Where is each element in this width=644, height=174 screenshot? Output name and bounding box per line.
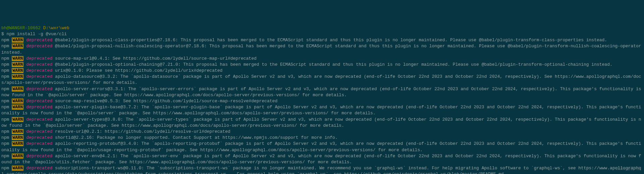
warning-message: apollo-reporting-protobuf@3.4.0: The `ap… xyxy=(1,141,641,152)
deprecated-label: deprecated xyxy=(26,74,52,79)
npm-label: npm xyxy=(1,166,9,171)
warning-line: npm WARN deprecated @babel/plugin-propos… xyxy=(1,37,643,43)
prompt-path: D:\wxr\web xyxy=(43,25,69,31)
npm-label: npm xyxy=(1,38,9,43)
warning-line: npm WARN deprecated shortid@2.2.16: Pack… xyxy=(1,135,643,141)
warn-label: WARN xyxy=(12,141,23,146)
command-line: $ npm install -g @vue/cli xyxy=(1,31,643,37)
npm-label: npm xyxy=(1,56,9,61)
warning-message: resolve-url@0.2.1: https://github.com/ly… xyxy=(55,129,230,134)
warn-label: WARN xyxy=(12,74,23,79)
warn-label: WARN xyxy=(12,135,23,140)
npm-label: npm xyxy=(1,86,9,92)
warn-label: WARN xyxy=(12,154,23,159)
npm-label: npm xyxy=(1,117,9,122)
npm-label: npm xyxy=(1,154,9,159)
warn-label: WARN xyxy=(12,38,23,43)
npm-label: npm xyxy=(1,99,9,104)
deprecated-label: deprecated xyxy=(26,56,52,61)
warning-line: npm WARN deprecated source-map-url@0.4.1… xyxy=(1,56,643,62)
npm-label: npm xyxy=(1,62,9,67)
warning-message: apollo-server-env@4.2.1: The `apollo-ser… xyxy=(1,154,641,165)
warning-message: apollo-server-errors@3.3.1: The `apollo-… xyxy=(1,86,644,98)
warning-line: npm WARN deprecated apollo-datasource@3.… xyxy=(1,74,643,86)
warning-line: npm WARN deprecated apollo-server-errors… xyxy=(1,86,643,98)
deprecated-label: deprecated xyxy=(26,166,52,171)
warning-message: apollo-server-types@3.8.0: The `apollo-s… xyxy=(1,117,641,128)
npm-label: npm xyxy=(1,105,9,110)
warning-message: source-map-url@0.4.1: See https://github… xyxy=(55,56,257,61)
warning-message: apollo-server-plugin-base@3.7.2: The `ap… xyxy=(1,105,641,116)
deprecated-label: deprecated xyxy=(26,68,52,73)
deprecated-label: deprecated xyxy=(26,86,52,92)
terminal-output[interactable]: bh@WANGXR-10662 D:\wxr\web$ npm install … xyxy=(1,25,643,174)
warn-label: WARN xyxy=(12,86,23,92)
npm-label: npm xyxy=(1,68,9,73)
warning-line: npm WARN deprecated apollo-server-types@… xyxy=(1,117,643,129)
deprecated-label: deprecated xyxy=(26,38,52,43)
warning-line: npm WARN deprecated apollo-reporting-pro… xyxy=(1,141,643,153)
deprecated-label: deprecated xyxy=(26,117,52,122)
warning-message: source-map-resolve@0.5.3: See https://gi… xyxy=(55,99,277,104)
warn-label: WARN xyxy=(12,129,23,134)
npm-label: npm xyxy=(1,141,9,146)
npm-label: npm xyxy=(1,44,9,49)
warn-label: WARN xyxy=(12,44,23,49)
npm-label: npm xyxy=(1,129,9,134)
deprecated-label: deprecated xyxy=(26,62,52,67)
deprecated-label: deprecated xyxy=(26,141,52,146)
deprecated-label: deprecated xyxy=(26,44,52,49)
warn-label: WARN xyxy=(12,56,23,61)
warning-line: npm WARN deprecated source-map-resolve@0… xyxy=(1,98,643,104)
warn-label: WARN xyxy=(12,68,23,73)
warn-label: WARN xyxy=(12,166,23,171)
warning-message: urix@0.1.0: Please see https://github.co… xyxy=(55,68,222,73)
npm-label: npm xyxy=(1,135,9,140)
warning-message: shortid@2.2.16: Package no longer suppor… xyxy=(55,135,338,140)
warning-line: npm WARN deprecated urix@0.1.0: Please s… xyxy=(1,68,643,74)
warn-label: WARN xyxy=(12,99,23,104)
warn-label: WARN xyxy=(12,105,23,110)
warning-line: npm WARN deprecated apollo-server-plugin… xyxy=(1,104,643,116)
deprecated-label: deprecated xyxy=(26,129,52,134)
deprecated-label: deprecated xyxy=(26,99,52,104)
watermark: CSDN @看-清 xyxy=(616,166,641,172)
deprecated-label: deprecated xyxy=(26,135,52,140)
warning-message: apollo-datasource@3.3.2: The `apollo-dat… xyxy=(1,74,641,85)
warning-message: @babel/plugin-proposal-nullish-coalescin… xyxy=(1,44,644,55)
warning-line: npm WARN deprecated resolve-url@0.2.1: h… xyxy=(1,129,643,135)
deprecated-label: deprecated xyxy=(26,154,52,159)
warning-message: @babel/plugin-proposal-optional-chaining… xyxy=(55,62,612,67)
warning-line: npm WARN deprecated apollo-server-env@4.… xyxy=(1,153,643,165)
warning-message: @babel/plugin-proposal-class-properties@… xyxy=(55,38,607,43)
prompt-user: bh@WANGXR-10662 xyxy=(1,25,41,31)
deprecated-label: deprecated xyxy=(26,105,52,110)
warning-message: subscriptions-transport-ws@0.11.0: The `… xyxy=(1,166,641,174)
npm-label: npm xyxy=(1,74,9,79)
warning-line: npm WARN deprecated @babel/plugin-propos… xyxy=(1,62,643,68)
prompt-line: bh@WANGXR-10662 D:\wxr\web xyxy=(1,25,643,31)
warning-line: npm WARN deprecated @babel/plugin-propos… xyxy=(1,43,643,55)
warning-line: npm WARN deprecated subscriptions-transp… xyxy=(1,165,643,174)
warn-label: WARN xyxy=(12,117,23,122)
warn-label: WARN xyxy=(12,62,23,67)
